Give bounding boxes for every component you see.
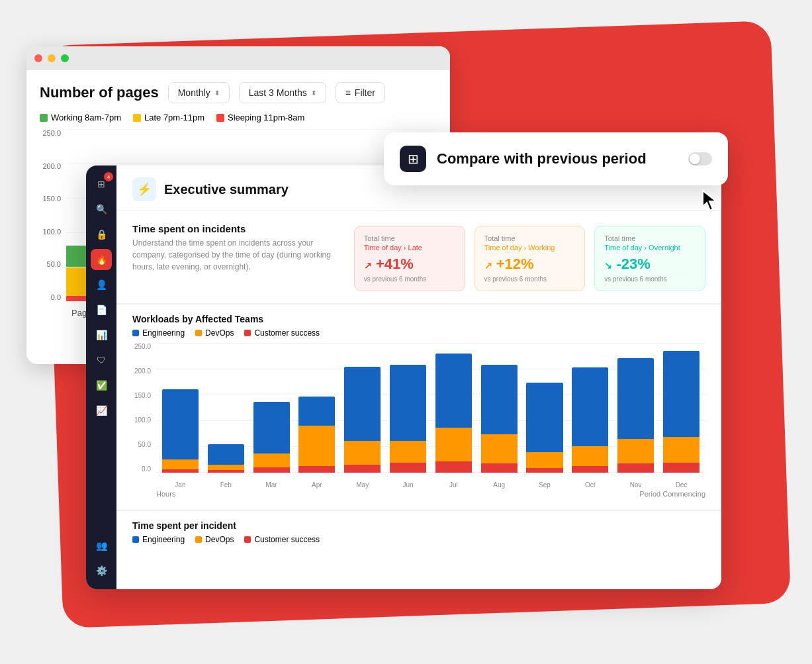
wl-bar-red — [572, 466, 608, 473]
period-dropdown[interactable]: Last 3 Months ⬍ — [239, 82, 326, 103]
workloads-title: Workloads by Affected Teams — [132, 314, 705, 324]
wl-bar-orange — [253, 453, 290, 467]
wl-xlabel-item: May — [341, 481, 384, 489]
flame-icon: 🔥 — [96, 254, 107, 265]
sidebar-icon-search[interactable]: 🔍 — [91, 199, 112, 220]
sidebar-icon-settings[interactable]: ⚙️ — [91, 560, 112, 581]
filter-icon: ≡ — [345, 87, 351, 98]
wl-bar-stack — [298, 397, 335, 473]
wl-bar-stack — [435, 354, 472, 473]
time-card-late: Total time Time of day › Late ↗ +41% vs … — [354, 226, 465, 291]
wl-legend-customer: Customer success — [244, 328, 320, 338]
sidebar-icon-grid[interactable]: ⊞ 4 — [91, 173, 112, 195]
wl-xlabel-item: Sep — [523, 481, 566, 489]
wl-bar-red — [298, 466, 335, 473]
sleeping-color — [216, 114, 224, 122]
wl-bar-blue — [617, 358, 654, 439]
wl-bar-group — [386, 365, 429, 473]
maximize-dot[interactable] — [61, 54, 69, 62]
wl-bar-blue — [344, 367, 381, 441]
wl-bar-stack — [526, 383, 563, 473]
wl-bar-red — [344, 465, 381, 473]
card-label-overnight: Total time — [604, 234, 696, 242]
compare-popup: ⊞ Compare with previous period — [384, 132, 728, 185]
compare-toggle[interactable] — [688, 152, 712, 166]
check-icon: ✅ — [96, 380, 107, 391]
wl-bar-blue — [253, 402, 290, 453]
sidebar-icon-lock[interactable]: 🔒 — [91, 224, 112, 245]
shield-icon: 🛡 — [97, 355, 106, 365]
tsp-eng-color — [132, 536, 139, 543]
wl-bar-orange — [298, 426, 335, 466]
tsp-legend-customer: Customer success — [244, 535, 320, 544]
sidebar-icon-flame[interactable]: 🔥 — [91, 249, 112, 270]
engineering-color — [132, 330, 139, 336]
wl-xlabel-item: Apr — [295, 481, 338, 489]
sidebar-icon-check[interactable]: ✅ — [91, 375, 112, 396]
sidebar-icon-users[interactable]: 👥 — [91, 535, 112, 556]
wl-bar-orange — [208, 465, 244, 470]
wl-bar-orange — [481, 434, 518, 463]
sidebar-icon-user[interactable]: 👤 — [91, 274, 112, 295]
close-dot[interactable] — [34, 54, 42, 62]
notification-badge: 4 — [104, 172, 113, 181]
wl-bar-orange — [162, 459, 199, 469]
time-spent-section: Time spent on incidents Understand the t… — [116, 211, 721, 303]
user-icon: 👤 — [96, 279, 107, 290]
file-icon: 📄 — [96, 305, 107, 315]
wl-bar-red — [435, 461, 472, 473]
wl-bar-blue — [390, 365, 426, 442]
sidebar-icon-shield[interactable]: 🛡 — [91, 350, 112, 371]
time-card-overnight: Total time Time of day › Overnight ↘ -23… — [594, 226, 705, 291]
wl-xlabel-item: Aug — [478, 481, 521, 489]
card-sublabel-overnight: Time of day › Overnight — [604, 244, 696, 252]
back-yaxis: 250.0 200.0 150.0 100.0 50.0 0.0 — [40, 129, 66, 314]
users-icon: 👥 — [96, 540, 107, 551]
front-window: ⊞ 4 🔍 🔒 🔥 👤 📄 📊 🛡 ✅ 📈 — [86, 166, 721, 589]
wl-bar-orange — [344, 441, 381, 464]
section-desc: Understand the time spent on incidents a… — [132, 237, 331, 273]
devops-color — [195, 330, 202, 336]
wl-bar-red — [617, 463, 654, 473]
columns-icon: ⊞ — [408, 151, 419, 167]
tsp-legend-engineering: Engineering — [132, 535, 185, 544]
monthly-dropdown[interactable]: Monthly ⬍ — [168, 82, 230, 103]
tsp-customer-color — [244, 536, 251, 543]
filter-button[interactable]: ≡ Filter — [336, 82, 385, 103]
wl-bar-blue — [162, 389, 199, 459]
wl-bar-group — [250, 402, 293, 473]
sidebar-icon-file[interactable]: 📄 — [91, 299, 112, 320]
workloads-header: Workloads by Affected Teams Engineering … — [132, 305, 705, 343]
wl-bar-group — [523, 383, 566, 473]
titlebar — [26, 46, 450, 70]
wl-bar-stack — [253, 402, 290, 473]
legend-sleeping: Sleeping 11pm-8am — [216, 113, 304, 122]
sidebar-icon-chart2[interactable]: 📈 — [91, 400, 112, 421]
wl-legend-devops: DevOps — [195, 328, 234, 338]
exec-icon: ⚡ — [132, 177, 156, 201]
trend-arrow-overnight: ↘ — [604, 260, 612, 271]
minimize-dot[interactable] — [48, 54, 56, 62]
wl-bar-stack — [390, 365, 426, 473]
wl-bar-blue — [208, 444, 244, 465]
chart2-icon: 📈 — [96, 405, 107, 416]
chevron-icon: ⬍ — [311, 89, 316, 97]
wl-bar-orange — [390, 441, 426, 463]
trend-arrow-late: ↗ — [364, 260, 372, 271]
compare-icon: ⊞ — [400, 146, 426, 172]
wl-bar-red — [481, 463, 518, 473]
wl-bar-stack — [162, 389, 199, 473]
card-value-working: ↗ +12% — [484, 256, 576, 273]
wl-bar-stack — [481, 365, 518, 473]
wl-bar-group — [341, 367, 384, 473]
wl-xlabel-item: Jan — [159, 481, 202, 489]
wl-bar-orange — [617, 439, 654, 463]
wl-bar-group — [660, 351, 703, 473]
legend-working: Working 8am-7pm — [40, 113, 121, 122]
customer-color — [244, 330, 251, 336]
wl-bar-stack — [344, 367, 381, 473]
wl-bar-red — [663, 463, 699, 473]
wl-bar-orange — [663, 437, 699, 463]
wl-bar-stack — [617, 358, 654, 473]
sidebar-icon-barchart[interactable]: 📊 — [91, 324, 112, 346]
